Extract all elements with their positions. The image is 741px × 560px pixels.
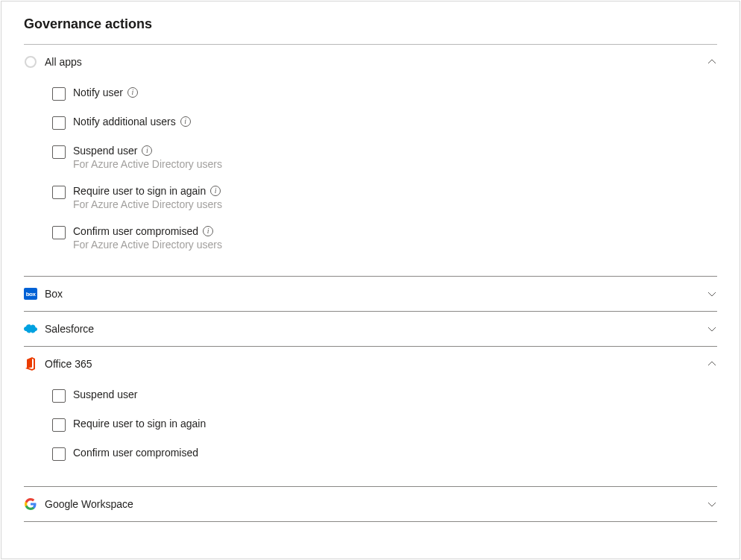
checkbox-office-require-sign-in[interactable] <box>52 418 66 432</box>
section-label: Box <box>45 288 707 300</box>
checkbox-notify-additional-users[interactable] <box>52 116 66 130</box>
section-header-salesforce[interactable]: Salesforce <box>24 312 717 346</box>
all-apps-icon <box>24 55 37 69</box>
section-header-google-workspace[interactable]: Google Workspace <box>24 487 717 521</box>
box-icon: box <box>24 287 37 301</box>
action-label: Confirm user compromised <box>73 447 198 459</box>
action-label: Require user to sign in again <box>73 418 206 430</box>
chevron-up-icon <box>707 359 717 369</box>
checkbox-confirm-compromised[interactable] <box>52 226 66 239</box>
checkbox-suspend-user[interactable] <box>52 145 66 159</box>
action-item: Suspend user i For Azure Active Director… <box>52 137 717 177</box>
info-icon[interactable]: i <box>210 186 221 196</box>
chevron-down-icon <box>707 324 717 334</box>
page-title: Governance actions <box>1 16 740 44</box>
action-sublabel: For Azure Active Directory users <box>73 198 222 210</box>
chevron-up-icon <box>707 57 717 67</box>
action-item: Confirm user compromised <box>52 439 717 468</box>
checkbox-notify-user[interactable] <box>52 87 66 101</box>
section-box: box Box <box>24 277 717 312</box>
office-365-icon <box>24 357 37 371</box>
section-label: Office 365 <box>45 358 707 370</box>
action-label: Require user to sign in again <box>73 185 206 197</box>
section-office-365: Office 365 Suspend user Require user to … <box>24 347 717 487</box>
action-item: Require user to sign in again i For Azur… <box>52 177 717 218</box>
salesforce-icon <box>24 322 37 336</box>
section-header-office-365[interactable]: Office 365 <box>24 347 717 381</box>
section-google-workspace: Google Workspace <box>24 487 717 522</box>
google-workspace-icon <box>24 497 37 511</box>
action-label: Notify additional users <box>73 116 176 128</box>
action-sublabel: For Azure Active Directory users <box>73 239 222 251</box>
info-icon[interactable]: i <box>180 116 191 127</box>
info-icon[interactable]: i <box>203 226 213 236</box>
action-item: Suspend user <box>52 381 717 410</box>
info-icon[interactable]: i <box>127 87 138 98</box>
chevron-down-icon <box>707 289 717 299</box>
info-icon[interactable]: i <box>142 145 152 156</box>
action-item: Notify additional users i <box>52 108 717 137</box>
action-sublabel: For Azure Active Directory users <box>73 158 222 170</box>
actions-list-office-365: Suspend user Require user to sign in aga… <box>24 381 717 486</box>
action-label: Notify user <box>73 86 123 98</box>
action-label: Suspend user <box>73 145 137 157</box>
chevron-down-icon <box>707 499 717 509</box>
section-label: All apps <box>45 56 707 68</box>
section-header-box[interactable]: box Box <box>24 277 717 311</box>
action-item: Notify user i <box>52 79 717 108</box>
checkbox-office-confirm-compromised[interactable] <box>52 447 66 461</box>
checkbox-office-suspend-user[interactable] <box>52 389 66 403</box>
action-label: Confirm user compromised <box>73 225 198 237</box>
action-label: Suspend user <box>73 388 137 400</box>
section-header-all-apps[interactable]: All apps <box>24 45 717 79</box>
checkbox-require-sign-in-again[interactable] <box>52 186 66 199</box>
action-item: Require user to sign in again <box>52 410 717 439</box>
section-all-apps: All apps Notify user i Notify ad <box>24 45 717 277</box>
action-item: Confirm user compromised i For Azure Act… <box>52 218 717 258</box>
section-label: Google Workspace <box>45 498 707 510</box>
actions-list-all-apps: Notify user i Notify additional users i <box>24 79 717 276</box>
section-salesforce: Salesforce <box>24 312 717 347</box>
section-label: Salesforce <box>45 323 707 335</box>
